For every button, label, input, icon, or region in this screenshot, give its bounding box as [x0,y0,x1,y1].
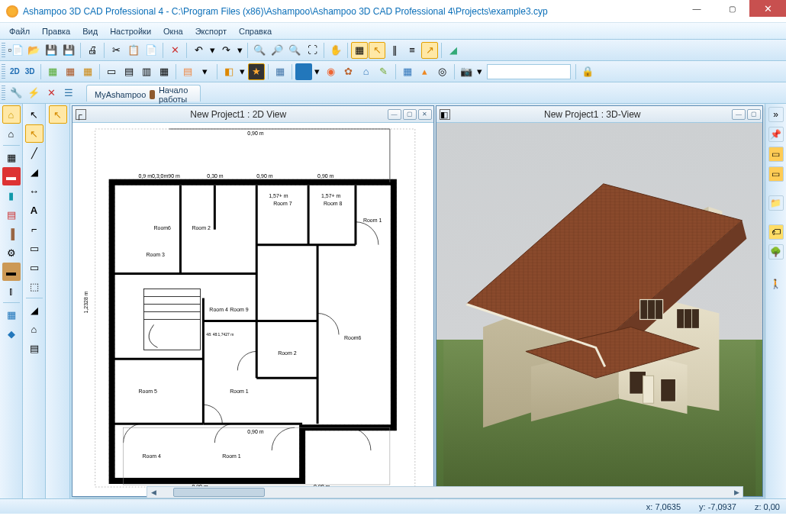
opt-cursor-icon[interactable]: ↖ [49,105,67,124]
tool-extrude-icon[interactable]: ⬚ [25,277,43,295]
tool-wall-icon[interactable]: ⌐ [25,220,43,238]
guide-h-button[interactable]: ≡ [404,42,420,59]
menu-settings[interactable]: Настройки [104,25,157,37]
grid-button[interactable]: ▦ [351,42,368,59]
minimize-button[interactable] [679,0,714,17]
view-3d-titlebar[interactable]: ◧ New Project1 : 3D-View — ▢ [436,106,763,123]
cat-building-icon[interactable]: ⌂ [2,105,21,124]
tool-angle-icon[interactable]: ◢ [25,163,43,181]
tool-roof1-icon[interactable]: ◢ [25,301,43,319]
rsb-catalog2-icon[interactable]: ▭ [768,166,784,182]
misc3-icon[interactable]: ⌂ [358,63,375,80]
box-icon[interactable]: ◧ [221,63,237,80]
redo-dropdown[interactable]: ▾ [235,42,244,59]
pan-button[interactable]: ✋ [327,42,344,59]
menu-export[interactable]: Экспорт [189,25,233,37]
tool-cursor-icon[interactable]: ↖ [25,124,43,143]
misc1-icon[interactable]: ◉ [323,63,340,80]
tool-cross-icon[interactable]: ✕ [43,85,60,102]
save-button[interactable]: 💾 [43,42,60,59]
window-quad-icon[interactable]: ▦ [156,63,172,80]
box-dd-icon[interactable]: ▾ [238,63,247,80]
render-icon[interactable]: ★ [248,63,265,80]
tool-wrench-icon[interactable]: 🔧 [8,85,24,102]
redo-button[interactable]: ↷ [217,42,234,59]
view-2d-minimize[interactable]: — [388,109,401,120]
snap-button[interactable]: ↗ [421,42,438,59]
view-3d-minimize[interactable]: — [732,109,746,120]
tool-text-icon[interactable]: A [25,201,43,219]
misc6-icon[interactable]: ▴ [417,63,433,80]
zoom-in-button[interactable]: 🔍 [251,42,268,59]
cat-rail-icon[interactable]: ⫿ [2,282,21,300]
copy-button[interactable]: 📋 [125,42,142,59]
cat-floor-icon[interactable]: ▬ [2,263,21,281]
view-2d-maximize[interactable]: ▢ [403,109,417,120]
save-all-button[interactable]: 💾 [60,42,77,59]
select-button[interactable]: ↖ [369,42,385,59]
window-split-h-icon[interactable]: ▤ [121,63,137,80]
misc7-icon[interactable]: ◎ [434,63,451,80]
menu-help[interactable]: Справка [233,25,278,37]
rsb-pin-icon[interactable]: 📌 [768,127,784,142]
rsb-tag-icon[interactable]: 🏷 [768,224,784,240]
view-3d-maximize[interactable]: ▢ [747,109,761,120]
rsb-folder-icon[interactable]: 📁 [768,195,784,211]
close-button[interactable] [749,0,786,17]
cat-window-icon[interactable]: ▤ [2,205,21,224]
view-topview-icon[interactable]: ▦ [44,63,61,80]
toolbar-grip[interactable] [2,64,5,79]
camera-dd[interactable]: ▾ [475,63,485,80]
maximize-button[interactable] [714,0,749,17]
menu-edit[interactable]: Правка [36,25,76,37]
mode-2d-button[interactable]: 2D [8,67,22,76]
view-3d-canvas[interactable] [436,123,763,496]
lock-icon[interactable]: 🔒 [579,63,596,80]
view-preset-dropdown[interactable] [487,64,571,79]
tool-wand-icon[interactable]: ⚡ [25,85,42,102]
scroll-thumb[interactable] [173,488,265,497]
new-button[interactable]: 📄 [8,42,24,59]
window-single-icon[interactable]: ▭ [103,63,120,80]
tool-dim-icon[interactable]: ↔ [25,182,43,200]
cat-fill-icon[interactable]: ▮ [2,186,21,205]
misc4-icon[interactable]: ✎ [375,63,392,80]
cat-texture-icon[interactable]: ▬ [2,167,21,185]
tool-select-icon[interactable]: ↖ [25,105,43,124]
tool-line-icon[interactable]: ╱ [25,143,43,162]
misc5-icon[interactable]: ▦ [399,63,416,80]
tab-myashampoo[interactable]: MyAshampoo Начало работы [86,85,201,102]
view-section-icon[interactable]: ▦ [79,63,96,80]
tool-list-icon[interactable]: ☰ [60,85,77,102]
zoom-fit-button[interactable]: ⛶ [304,42,321,59]
misc2-icon[interactable]: ✿ [340,63,357,80]
zoom-out-button[interactable]: 🔎 [269,42,285,59]
cat-rooms-icon[interactable]: ⌂ [2,124,21,143]
color-icon[interactable] [295,63,312,80]
tool-rect-icon[interactable]: ▭ [25,239,43,257]
layers-icon[interactable]: ▤ [179,63,196,80]
rsb-person-icon[interactable]: 🚶 [768,276,784,292]
paste-button[interactable]: 📄 [143,42,159,59]
menu-file[interactable]: Файл [3,25,36,37]
print-button[interactable]: 🖨 [84,42,101,59]
zoom-region-button[interactable]: 🔍 [286,42,303,59]
window-split-v-icon[interactable]: ▥ [138,63,155,80]
tool-win3d-icon[interactable]: ▭ [25,258,43,276]
delete-button[interactable]: ✕ [166,42,183,59]
tool-roof2-icon[interactable]: ⌂ [25,320,43,338]
horizontal-scrollbar[interactable]: ◀ ▶ [147,486,743,498]
rsb-catalog-icon[interactable]: ▭ [768,147,784,162]
view-elevation-icon[interactable]: ▦ [62,63,79,80]
view-2d-titlebar[interactable]: ┌ New Project1 : 2D View — ▢ ✕ [72,106,433,123]
cat-furniture-icon[interactable]: ▦ [2,305,21,324]
tool-stairs-icon[interactable]: ▤ [25,339,43,357]
catalog-icon[interactable]: ▦ [272,63,288,80]
terrain-button[interactable]: ◢ [445,42,462,59]
cut-button[interactable]: ✂ [108,42,124,59]
undo-button[interactable]: ↶ [190,42,207,59]
scroll-left-icon[interactable]: ◀ [147,487,159,498]
guide-v-button[interactable]: ‖ [386,42,403,59]
toolbar-grip[interactable] [2,85,5,101]
open-button[interactable]: 📂 [25,42,42,59]
